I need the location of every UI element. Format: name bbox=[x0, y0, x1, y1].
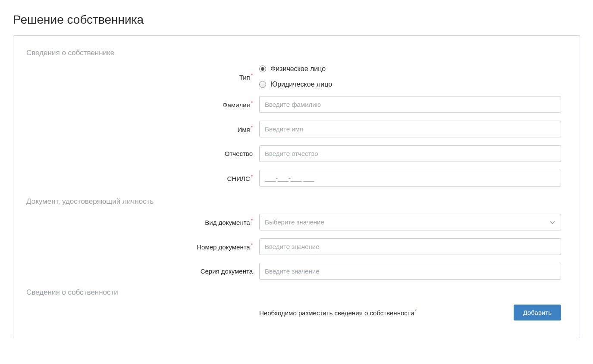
row-doc-type: Вид документа* Выберите значение bbox=[26, 214, 567, 230]
ownership-message: Необходимо разместить сведения о собстве… bbox=[259, 308, 417, 317]
label-snils: СНИЛС* bbox=[26, 174, 259, 182]
row-patronymic: Отчество bbox=[26, 145, 567, 162]
label-surname: Фамилия* bbox=[26, 100, 259, 109]
surname-input[interactable] bbox=[259, 96, 561, 113]
ownership-container: Необходимо разместить сведения о собстве… bbox=[259, 305, 561, 320]
section-ownership-heading: Сведения о собственности bbox=[26, 288, 567, 297]
required-marker: * bbox=[415, 308, 417, 314]
page-title: Решение собственника bbox=[13, 13, 580, 27]
label-doc-series-text: Серия документа bbox=[201, 268, 253, 275]
field-surname bbox=[259, 96, 567, 113]
radio-legal-label: Юридическое лицо bbox=[270, 81, 332, 88]
required-marker: * bbox=[251, 218, 253, 223]
label-doc-number-text: Номер документа bbox=[197, 243, 250, 251]
label-doc-series: Серия документа bbox=[26, 268, 259, 275]
label-snils-text: СНИЛС bbox=[227, 175, 250, 182]
row-ownership: Необходимо разместить сведения о собстве… bbox=[26, 305, 567, 320]
label-patronymic: Отчество bbox=[26, 150, 259, 157]
required-marker: * bbox=[251, 174, 253, 179]
patronymic-input[interactable] bbox=[259, 145, 561, 162]
radio-individual-label: Физическое лицо bbox=[270, 65, 326, 73]
radio-legal[interactable]: Юридическое лицо bbox=[259, 81, 332, 88]
field-doc-series bbox=[259, 263, 567, 280]
section-owner-info-heading: Сведения о собственнике bbox=[26, 49, 567, 57]
row-snils: СНИЛС* bbox=[26, 170, 567, 187]
doc-number-input[interactable] bbox=[259, 238, 561, 255]
row-type: Тип* Физическое лицо Юридическое лицо bbox=[26, 65, 567, 88]
field-firstname bbox=[259, 121, 567, 137]
doc-series-input[interactable] bbox=[259, 263, 561, 280]
required-marker: * bbox=[251, 100, 253, 106]
required-marker: * bbox=[251, 73, 253, 78]
label-surname-text: Фамилия bbox=[223, 101, 250, 109]
required-marker: * bbox=[251, 243, 253, 248]
section-identity-doc-heading: Документ, удостоверяющий личность bbox=[26, 197, 567, 206]
radio-individual[interactable]: Физическое лицо bbox=[259, 65, 332, 73]
label-type: Тип* bbox=[26, 73, 259, 81]
row-doc-series: Серия документа bbox=[26, 263, 567, 280]
ownership-message-text: Необходимо разместить сведения о собстве… bbox=[259, 309, 414, 317]
label-doc-number: Номер документа* bbox=[26, 243, 259, 251]
label-doc-type: Вид документа* bbox=[26, 218, 259, 226]
field-snils bbox=[259, 170, 567, 187]
label-firstname: Имя* bbox=[26, 125, 259, 133]
row-firstname: Имя* bbox=[26, 121, 567, 137]
firstname-input[interactable] bbox=[259, 121, 561, 137]
form-panel: Сведения о собственнике Тип* Физическое … bbox=[13, 35, 580, 338]
snils-input[interactable] bbox=[259, 170, 561, 187]
radio-icon bbox=[259, 81, 266, 88]
label-firstname-text: Имя bbox=[238, 126, 250, 133]
radio-icon bbox=[259, 65, 266, 72]
type-radio-group: Физическое лицо Юридическое лицо bbox=[259, 65, 332, 88]
label-type-text: Тип bbox=[239, 74, 250, 81]
row-doc-number: Номер документа* bbox=[26, 238, 567, 255]
doc-type-select-wrapper: Выберите значение bbox=[259, 214, 561, 230]
field-patronymic bbox=[259, 145, 567, 162]
doc-type-select[interactable]: Выберите значение bbox=[259, 214, 561, 230]
row-surname: Фамилия* bbox=[26, 96, 567, 113]
required-marker: * bbox=[251, 125, 253, 130]
label-patronymic-text: Отчество bbox=[225, 150, 253, 157]
field-type: Физическое лицо Юридическое лицо bbox=[259, 65, 567, 88]
field-doc-type: Выберите значение bbox=[259, 214, 567, 230]
field-doc-number bbox=[259, 238, 567, 255]
add-ownership-button[interactable]: Добавить bbox=[514, 305, 561, 320]
label-doc-type-text: Вид документа bbox=[205, 219, 250, 226]
